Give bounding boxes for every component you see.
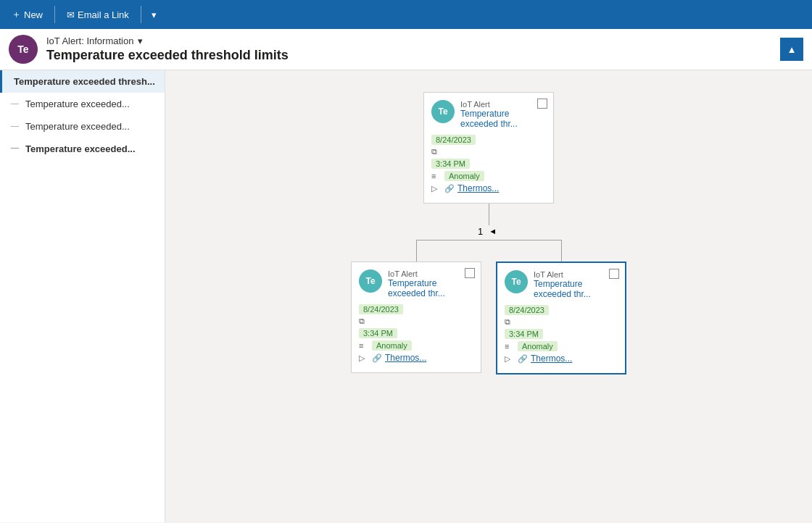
sidebar-item-label: Temperature exceeded thresh... — [14, 76, 155, 87]
header-area: Te IoT Alert: Information ▾ Temperature … — [0, 29, 812, 70]
avatar: Te — [9, 35, 38, 64]
connector-v-root — [489, 204, 489, 225]
child-1-title[interactable]: Temperature exceeded thr... — [534, 279, 618, 299]
sidebar-item-label: Temperature exceeded... — [25, 121, 130, 132]
chevron-down-icon: ▾ — [152, 9, 157, 20]
child-1-link[interactable]: Thermos... — [531, 353, 572, 364]
pagination-page: 1 — [478, 226, 483, 237]
child-card-1: Te IoT Alert Temperature exceeded thr...… — [496, 262, 626, 375]
root-card-time: 3:34 PM — [431, 159, 470, 169]
pagination-back-button[interactable]: ◄ — [486, 225, 500, 237]
arrow-icon-1: ▷ — [505, 354, 515, 364]
child-0-link[interactable]: Thermos... — [385, 353, 426, 363]
header-content: IoT Alert: Information ▾ Temperature exc… — [46, 35, 803, 63]
pagination-row: 1 ◄ — [478, 225, 500, 237]
child-1-date: 8/24/2023 — [505, 305, 549, 315]
child-1-checkbox[interactable] — [609, 269, 619, 279]
link-icon-1: 🔗 — [518, 354, 528, 364]
sidebar: Temperature exceeded thresh... Temperatu… — [0, 70, 165, 522]
sidebar-item-2[interactable]: Temperature exceeded... — [0, 115, 165, 138]
child-branch-1: Te IoT Alert Temperature exceeded thr...… — [496, 240, 626, 375]
copy-icon-0: ⧉ — [359, 317, 369, 326]
child-1-type: IoT Alert — [534, 270, 618, 279]
sidebar-item-3[interactable]: Temperature exceeded... — [0, 138, 165, 160]
child-v-line-0 — [416, 240, 417, 262]
child-0-checkbox[interactable] — [465, 268, 475, 278]
root-card-date: 8/24/2023 — [431, 135, 476, 145]
children-row: Te IoT Alert Temperature exceeded thr...… — [351, 240, 626, 375]
child-0-time: 3:34 PM — [359, 328, 397, 338]
new-label: New — [24, 9, 43, 20]
content-area: Te IoT Alert Temperature exceeded thr...… — [165, 70, 812, 522]
tree-container: Te IoT Alert Temperature exceeded thr...… — [165, 70, 812, 522]
link-icon: 🔗 — [444, 184, 455, 193]
toolbar-divider — [54, 6, 55, 23]
toolbar-chevron-button[interactable]: ▾ — [147, 3, 161, 26]
root-card-type: IoT Alert — [460, 100, 546, 109]
arrow-icon-0: ▷ — [359, 353, 369, 363]
child-0-title[interactable]: Temperature exceeded thr... — [388, 278, 473, 298]
child-1-avatar: Te — [505, 270, 528, 293]
copy-icon: ⧉ — [431, 147, 442, 156]
main-layout: Temperature exceeded thresh... Temperatu… — [0, 70, 812, 522]
sidebar-item-1[interactable]: Temperature exceeded... — [0, 93, 165, 115]
sidebar-item-0[interactable]: Temperature exceeded thresh... — [0, 70, 165, 93]
child-card-0: Te IoT Alert Temperature exceeded thr...… — [351, 262, 481, 373]
email-label: Email a Link — [78, 9, 129, 20]
collapse-icon: ▲ — [787, 44, 796, 55]
page-title: Temperature exceeded threshold limits — [46, 48, 803, 63]
arrow-icon: ▷ — [431, 184, 442, 193]
link-icon-0: 🔗 — [372, 353, 382, 363]
root-card-link[interactable]: Thermos... — [457, 183, 499, 193]
alert-type-label: IoT Alert: Information — [46, 35, 133, 46]
child-0-date: 8/24/2023 — [359, 304, 403, 314]
child-0-avatar: Te — [359, 269, 382, 293]
dropdown-chevron-icon: ▾ — [138, 35, 143, 46]
toolbar: ＋ New ✉ Email a Link ▾ — [0, 0, 812, 29]
child-v-line-1 — [561, 240, 562, 262]
root-card-avatar: Te — [431, 100, 455, 123]
root-card-category: Anomaly — [444, 171, 484, 181]
root-card-title[interactable]: Temperature exceeded thr... — [460, 109, 546, 129]
alert-type-dropdown[interactable]: IoT Alert: Information ▾ — [46, 35, 143, 46]
copy-icon-1: ⧉ — [505, 317, 515, 327]
new-icon: ＋ — [12, 8, 21, 21]
email-icon: ✉ — [67, 9, 75, 20]
child-0-type: IoT Alert — [388, 269, 473, 278]
sidebar-item-label: Temperature exceeded... — [25, 143, 136, 154]
tag-icon-0: ≡ — [359, 341, 369, 350]
root-card-checkbox[interactable] — [537, 99, 547, 109]
child-1-category: Anomaly — [518, 341, 558, 351]
collapse-button[interactable]: ▲ — [780, 38, 803, 61]
sidebar-item-label: Temperature exceeded... — [25, 99, 130, 109]
child-branch-0: Te IoT Alert Temperature exceeded thr...… — [351, 240, 481, 373]
email-link-button[interactable]: ✉ Email a Link — [61, 3, 135, 26]
tag-icon: ≡ — [431, 172, 442, 180]
toolbar-divider-2 — [141, 6, 141, 23]
child-1-time: 3:34 PM — [505, 329, 543, 339]
child-0-category: Anomaly — [372, 340, 412, 351]
new-button[interactable]: ＋ New — [6, 3, 49, 26]
tag-icon-1: ≡ — [505, 342, 515, 351]
root-card: Te IoT Alert Temperature exceeded thr...… — [423, 92, 554, 204]
